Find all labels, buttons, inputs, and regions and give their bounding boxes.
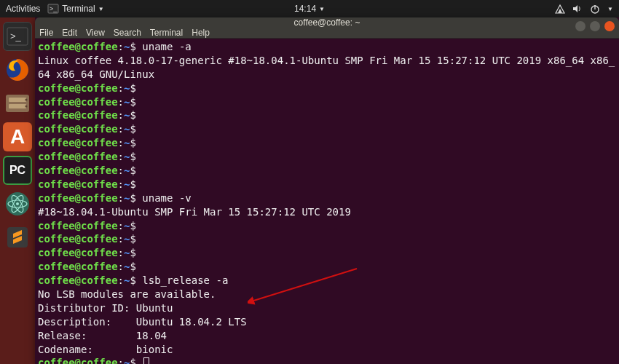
clock[interactable]: 14:14 ▼ — [294, 4, 325, 14]
sublime-icon — [4, 224, 31, 250]
svg-rect-8 — [9, 98, 26, 102]
power-icon — [590, 4, 600, 14]
svg-rect-9 — [9, 104, 26, 108]
dock: >_ A PC — [0, 17, 35, 364]
minimize-button[interactable] — [575, 21, 586, 31]
atom-icon — [4, 191, 31, 217]
svg-point-10 — [25, 99, 28, 101]
menubar: File Edit View Search Terminal Help — [35, 28, 619, 39]
output-lsb-release: Release: 18.04 — [38, 330, 167, 341]
menu-help[interactable]: Help — [192, 28, 210, 38]
svg-point-13 — [16, 202, 19, 205]
window-titlebar[interactable]: coffee@coffee: ~ — [35, 17, 619, 28]
close-button[interactable] — [604, 21, 615, 31]
svg-rect-17 — [7, 227, 28, 248]
chevron-down-icon: ▼ — [607, 6, 613, 12]
dock-app-terminal[interactable]: >_ — [3, 22, 32, 51]
topbar-app-indicator[interactable]: >_ Terminal ▼ — [47, 3, 103, 15]
command-uname-a: uname -a — [142, 41, 191, 52]
terminal-content[interactable]: coffee@coffee:~$ uname -a Linux coffee 4… — [35, 39, 619, 364]
terminal-window: coffee@coffee: ~ File Edit View Search T… — [35, 17, 619, 364]
dock-app-atom[interactable] — [3, 189, 32, 218]
activities-button[interactable]: Activities — [6, 4, 40, 14]
firefox-icon — [4, 57, 31, 83]
software-icon: A — [10, 125, 25, 149]
volume-icon — [572, 4, 583, 14]
svg-text:>_: >_ — [10, 31, 22, 41]
command-lsb-release: lsb_release -a — [142, 274, 228, 286]
output-lsb-codename: Codename: bionic — [38, 344, 173, 355]
window-title: coffee@coffee: ~ — [294, 17, 360, 28]
svg-text:>_: >_ — [50, 5, 58, 12]
command-uname-v: uname -v — [142, 192, 191, 204]
dock-app-files[interactable] — [3, 89, 32, 118]
terminal-icon: >_ — [47, 3, 59, 15]
output-lsb-description: Description: Ubuntu 18.04.2 LTS — [38, 316, 247, 328]
svg-point-11 — [25, 106, 28, 108]
terminal-cursor — [143, 357, 149, 364]
pycharm-icon: PC — [9, 164, 25, 177]
dock-app-firefox[interactable] — [3, 55, 32, 84]
menu-edit[interactable]: Edit — [62, 28, 77, 38]
menu-terminal[interactable]: Terminal — [150, 28, 183, 38]
svg-rect-7 — [6, 95, 29, 112]
output-uname-a: Linux coffee 4.18.0-17-generic #18~18.04… — [38, 55, 615, 80]
clock-time: 14:14 — [294, 4, 316, 14]
topbar-app-label: Terminal — [62, 4, 95, 14]
prompt-userhost: coffee@coffee — [38, 41, 118, 52]
dock-app-pycharm[interactable]: PC — [3, 156, 32, 185]
network-icon — [555, 4, 565, 14]
dock-app-sublime[interactable] — [3, 223, 32, 252]
maximize-button[interactable] — [590, 21, 600, 31]
menu-view[interactable]: View — [86, 28, 105, 38]
system-status-area[interactable]: ▼ — [555, 4, 613, 14]
gnome-top-bar: Activities >_ Terminal ▼ 14:14 ▼ ▼ — [0, 0, 619, 17]
output-uname-v: #18~18.04.1-Ubuntu SMP Fri Mar 15 15:27:… — [38, 206, 351, 218]
terminal-icon: >_ — [7, 27, 28, 46]
output-lsb-distributor: Distributor ID: Ubuntu — [38, 302, 173, 314]
menu-search[interactable]: Search — [114, 28, 141, 38]
menu-file[interactable]: File — [39, 28, 53, 38]
dock-app-software[interactable]: A — [3, 122, 32, 151]
chevron-down-icon: ▼ — [98, 6, 104, 12]
output-lsb-no-modules: No LSB modules are available. — [38, 288, 216, 300]
files-icon — [4, 92, 31, 115]
chevron-down-icon: ▼ — [319, 6, 325, 12]
